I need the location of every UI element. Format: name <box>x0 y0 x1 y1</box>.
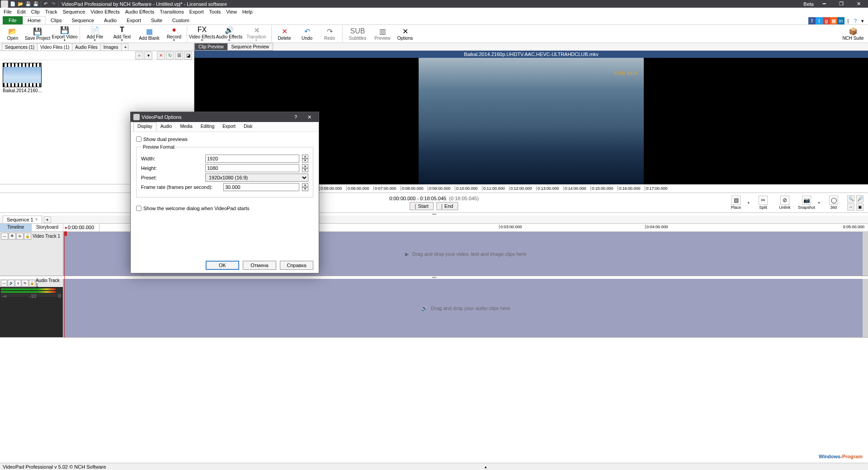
dialog-close-icon[interactable]: ✕ <box>302 114 316 120</box>
bin-refresh-icon[interactable]: ↻ <box>166 52 174 60</box>
menu-transitions[interactable]: Transitions <box>157 8 186 16</box>
menu-tools[interactable]: Tools <box>207 8 224 16</box>
menu-edit[interactable]: Edit <box>14 8 28 16</box>
bin-tab-images[interactable]: Images <box>100 43 122 51</box>
snapshot-drop-icon[interactable]: ▾ <box>818 201 822 205</box>
minimize-button[interactable]: ━ <box>816 0 833 8</box>
bin-add-icon[interactable]: ＋ <box>135 52 143 60</box>
subtitles-button[interactable]: SUBSubtitles <box>345 25 370 42</box>
ribbon-tab-custom[interactable]: Custom <box>167 16 194 24</box>
help-drop-icon[interactable]: ▾ <box>859 17 866 24</box>
redo-button[interactable]: ↷Redo <box>320 25 340 42</box>
dialog-tab-export[interactable]: Export <box>218 122 240 132</box>
ribbon-tab-suite[interactable]: Suite <box>146 16 167 24</box>
width-input[interactable] <box>205 155 299 163</box>
add-blank-button[interactable]: ▦Add Blank <box>137 25 161 42</box>
export-video-button[interactable]: 💾Export Video▾ <box>52 25 77 42</box>
social-facebook-icon[interactable]: f <box>808 17 816 24</box>
menu-track[interactable]: Track <box>42 8 60 16</box>
dialog-help-icon[interactable]: ? <box>289 114 302 120</box>
track-scrollbar[interactable] <box>863 279 868 337</box>
preview-button[interactable]: ▥Preview <box>373 25 392 42</box>
track-visible-icon[interactable]: 👁 <box>9 233 16 240</box>
qat-redo-icon[interactable]: ↷ <box>50 0 57 8</box>
height-spin-down[interactable]: ▼ <box>302 168 308 172</box>
menu-help[interactable]: Help <box>240 8 255 16</box>
dialog-tab-disk[interactable]: Disk <box>240 122 256 132</box>
fps-spin-down[interactable]: ▼ <box>302 187 308 191</box>
transition-button[interactable]: ⤨Transition▾ <box>244 25 269 42</box>
menu-audio-effects[interactable]: Audio Effects <box>123 8 157 16</box>
ribbon-tab-file[interactable]: File <box>3 16 23 24</box>
add-text-button[interactable]: TAdd Text▾ <box>110 25 134 42</box>
track-solo-icon[interactable]: s <box>15 280 21 287</box>
nch-suite-button[interactable]: 📦NCH Suite <box>841 25 865 42</box>
bin-tab-sequences[interactable]: Sequences (1) <box>2 43 38 51</box>
record-button[interactable]: ●Record▾ <box>164 25 184 42</box>
tab-sequence-preview[interactable]: Sequence Preview <box>227 43 273 51</box>
track-scrollbar[interactable] <box>863 232 868 276</box>
menu-export[interactable]: Export <box>187 8 207 16</box>
clip-start-button[interactable]: [Start <box>410 202 434 210</box>
width-spin-up[interactable]: ▲ <box>302 155 308 159</box>
split-button[interactable]: ✂Split <box>753 195 773 211</box>
help-icon[interactable]: ? <box>852 17 859 24</box>
close-icon[interactable]: × <box>35 217 38 222</box>
social-rss-icon[interactable]: ▦ <box>830 17 837 24</box>
storyboard-mode-button[interactable]: Storyboard <box>32 224 63 231</box>
menu-sequence[interactable]: Sequence <box>60 8 88 16</box>
zoom-out-icon[interactable]: 🔎 <box>856 195 863 202</box>
video-effects-button[interactable]: FXVideo Effects▾ <box>190 25 214 42</box>
track-fx-icon[interactable]: fx <box>22 280 28 287</box>
menu-view[interactable]: View <box>223 8 240 16</box>
delete-button[interactable]: ✕Delete <box>274 25 294 42</box>
playhead[interactable] <box>64 232 65 338</box>
zoom-in-icon[interactable]: 🔍 <box>847 195 854 202</box>
timeline-mode-button[interactable]: Timeline <box>0 224 32 231</box>
fit-icon[interactable]: ↔ <box>847 203 854 211</box>
bin-tab-audio-files[interactable]: Audio Files <box>72 43 100 51</box>
qat-save2-icon[interactable]: 💾 <box>32 0 39 8</box>
qat-open-icon[interactable]: 📂 <box>17 0 24 8</box>
save-project-button[interactable]: 💾Save Project <box>25 25 50 42</box>
dialog-tab-media[interactable]: Media <box>176 122 196 132</box>
menu-video-effects[interactable]: Video Effects <box>88 8 122 16</box>
track-lock-icon[interactable]: 🔒 <box>29 280 35 287</box>
open-button[interactable]: 📂Open <box>3 25 23 42</box>
help-button[interactable]: Справка <box>280 261 313 270</box>
qat-save-icon[interactable]: 💾 <box>24 0 32 8</box>
tab-clip-preview[interactable]: Clip Preview <box>194 43 228 51</box>
show-dual-previews-checkbox[interactable]: Show dual previews <box>136 136 313 142</box>
dialog-title-bar[interactable]: VideoPad Options ? ✕ <box>131 112 319 122</box>
bin-tab-video-files[interactable]: Video Files (1) <box>37 43 72 51</box>
maximize-button[interactable]: ❐ <box>833 0 850 8</box>
height-spin-up[interactable]: ▲ <box>302 164 308 168</box>
height-input[interactable] <box>205 164 299 172</box>
track-collapse-icon[interactable]: — <box>1 280 7 287</box>
audio-effects-button[interactable]: 🔊Audio Effects▾ <box>217 25 241 42</box>
ribbon-tab-audio[interactable]: Audio <box>99 16 122 24</box>
show-welcome-checkbox[interactable]: Show the welcome dialog when VideoPad st… <box>136 206 313 211</box>
fit-v-icon[interactable]: ▣ <box>856 203 863 211</box>
360-button[interactable]: ◯360 <box>824 195 844 211</box>
bin-list-icon[interactable]: ☰ <box>175 52 183 60</box>
width-spin-down[interactable]: ▼ <box>302 159 308 163</box>
place-button[interactable]: ▧Place <box>726 195 746 211</box>
sequence-add-button[interactable]: + <box>44 216 51 223</box>
ribbon-tab-home[interactable]: Home <box>23 16 46 24</box>
unlink-button[interactable]: ⊘Unlink <box>775 195 795 211</box>
add-file-button[interactable]: 📄Add File▾ <box>83 25 107 42</box>
menu-file[interactable]: File <box>1 8 14 16</box>
bin-delete-icon[interactable]: ✕ <box>157 52 165 60</box>
bin-detach-icon[interactable]: ◪ <box>184 52 192 60</box>
track-collapse-icon[interactable]: — <box>1 233 8 240</box>
audio-track-body[interactable]: 🔊Drag and drop your audio clips here <box>63 279 868 337</box>
dialog-tab-editing[interactable]: Editing <box>197 122 219 132</box>
social-gplus-icon[interactable]: g <box>823 17 830 24</box>
clip-end-button[interactable]: ]End <box>436 202 458 210</box>
dialog-tab-display[interactable]: Display <box>133 122 156 132</box>
close-button[interactable]: ✕ <box>850 0 867 8</box>
sequence-tab[interactable]: Sequence 1× <box>3 216 42 224</box>
bin-tab-add[interactable]: + <box>121 43 128 51</box>
undo-button[interactable]: ↶Undo <box>297 25 317 42</box>
